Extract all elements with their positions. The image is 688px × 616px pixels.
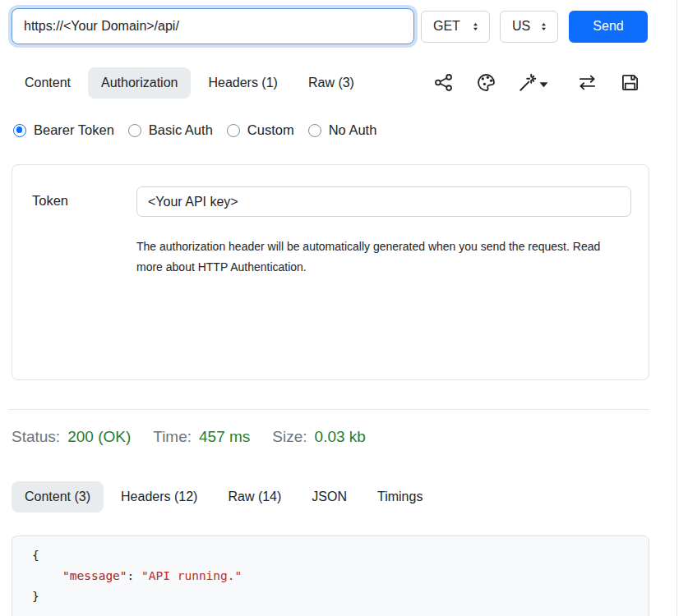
share-icon[interactable]: [434, 73, 453, 92]
bearer-token-panel: Token The authorization header will be a…: [12, 164, 649, 380]
save-icon[interactable]: [621, 73, 640, 92]
url-input[interactable]: [12, 8, 414, 44]
status-group: Status: 200 (OK): [12, 428, 131, 446]
select-arrows-icon: [538, 21, 549, 32]
token-help-text: The authorization header will be automat…: [136, 237, 618, 278]
radio-label: No Auth: [329, 122, 377, 138]
section-divider: [8, 409, 649, 410]
response-status-bar: Status: 200 (OK) Time: 457 ms Size: 0.03…: [12, 428, 388, 446]
size-value: 0.03 kb: [315, 428, 366, 446]
magic-wand-icon[interactable]: [519, 73, 538, 92]
response-body-code: { "message": "API running." }: [12, 536, 649, 616]
tab-response-json[interactable]: JSON: [298, 481, 360, 513]
status-label: Status:: [12, 428, 60, 446]
radio-bearer-token[interactable]: Bearer Token: [13, 122, 114, 138]
radio-label: Bearer Token: [34, 122, 114, 138]
json-value: "API running.": [141, 569, 242, 582]
time-value: 457 ms: [199, 428, 250, 446]
tab-response-raw[interactable]: Raw (14): [215, 481, 294, 513]
token-label: Token: [32, 193, 68, 209]
code-line: {: [32, 545, 649, 566]
request-tabs: Content Authorization Headers (1) Raw (3…: [12, 66, 367, 100]
method-select[interactable]: GET: [421, 11, 490, 43]
region-select[interactable]: US: [500, 11, 558, 43]
radio-basic-auth[interactable]: Basic Auth: [128, 122, 213, 138]
radio-unselected-icon[interactable]: [308, 124, 321, 137]
palette-icon[interactable]: [477, 73, 496, 92]
tab-response-headers[interactable]: Headers (12): [108, 481, 210, 513]
json-key: "message": [62, 569, 127, 582]
radio-label: Basic Auth: [149, 122, 213, 138]
tab-response-timings[interactable]: Timings: [364, 481, 436, 513]
auth-type-group: Bearer Token Basic Auth Custom No Auth: [13, 122, 376, 138]
tab-response-content[interactable]: Content (3): [12, 481, 104, 513]
json-separator: :: [127, 569, 141, 582]
tab-headers[interactable]: Headers (1): [195, 67, 290, 99]
tab-authorization[interactable]: Authorization: [88, 67, 191, 99]
radio-custom[interactable]: Custom: [227, 122, 294, 138]
select-arrows-icon: [470, 21, 481, 32]
size-group: Size: 0.03 kb: [272, 428, 366, 446]
code-line: }: [32, 586, 649, 607]
status-value: 200 (OK): [67, 428, 131, 446]
radio-no-auth[interactable]: No Auth: [308, 122, 377, 138]
tab-raw[interactable]: Raw (3): [295, 67, 367, 99]
send-button[interactable]: Send: [569, 11, 648, 43]
api-client-page: GET US Send Content Authorization Header…: [0, 0, 688, 616]
swap-arrows-icon[interactable]: [578, 73, 597, 92]
radio-selected-icon[interactable]: [13, 124, 26, 137]
code-line: "message": "API running.": [32, 566, 649, 586]
page-right-divider: [676, 0, 677, 616]
radio-unselected-icon[interactable]: [227, 124, 240, 137]
response-tabs: Content (3) Headers (12) Raw (14) JSON T…: [12, 480, 436, 514]
caret-down-icon[interactable]: [539, 78, 548, 87]
size-label: Size:: [272, 428, 307, 446]
method-select-value: GET: [433, 19, 460, 34]
radio-unselected-icon[interactable]: [128, 124, 141, 137]
time-group: Time: 457 ms: [153, 428, 250, 446]
time-label: Time:: [153, 428, 192, 446]
request-toolbar: [411, 66, 649, 100]
radio-label: Custom: [247, 122, 294, 138]
tab-content[interactable]: Content: [12, 67, 84, 99]
request-bar: GET US Send: [12, 8, 649, 44]
region-select-value: US: [512, 19, 530, 34]
token-input[interactable]: [136, 186, 631, 217]
